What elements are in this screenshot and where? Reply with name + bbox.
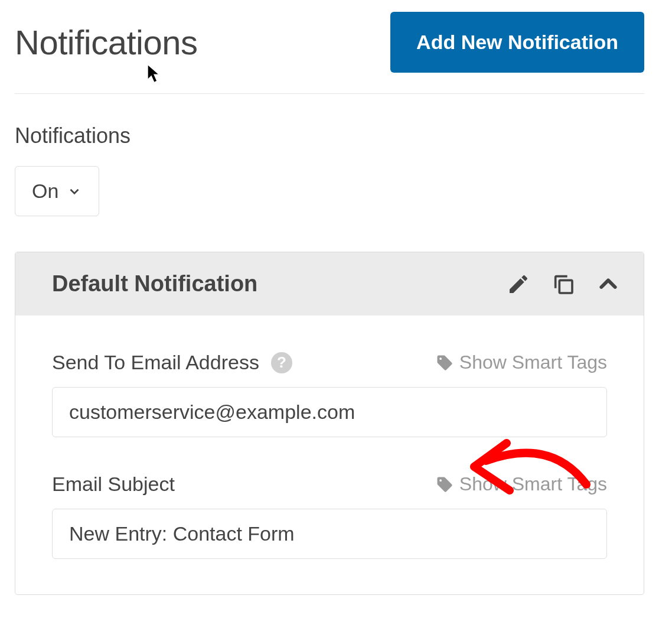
email-subject-label: Email Subject — [52, 473, 175, 496]
notifications-label: Notifications — [15, 123, 644, 148]
chevron-down-icon — [67, 184, 82, 199]
page-title: Notifications — [15, 22, 197, 62]
send-to-field-group: Send To Email Address ? Show Smart Tags — [52, 351, 607, 437]
svg-rect-0 — [559, 280, 572, 293]
panel-title: Default Notification — [52, 271, 257, 297]
tags-icon — [436, 354, 454, 372]
panel-actions — [507, 272, 620, 296]
notifications-toggle-value: On — [32, 180, 58, 203]
chevron-up-icon — [596, 272, 620, 296]
collapse-button[interactable] — [596, 272, 620, 296]
copy-icon — [552, 272, 575, 296]
subject-smart-tags-link[interactable]: Show Smart Tags — [436, 473, 607, 495]
send-to-label: Send To Email Address — [52, 351, 259, 374]
notifications-toggle-select[interactable]: On — [15, 166, 99, 216]
panel-header: Default Notification — [15, 252, 644, 316]
page-header: Notifications Add New Notification — [15, 12, 644, 94]
edit-button[interactable] — [507, 272, 530, 296]
notification-panel: Default Notification Send To Email Addre… — [15, 252, 644, 595]
add-new-notification-button[interactable]: Add New Notification — [390, 12, 644, 73]
email-subject-input[interactable] — [52, 509, 607, 559]
send-to-email-input[interactable] — [52, 387, 607, 437]
subject-smart-tags-label: Show Smart Tags — [459, 473, 607, 495]
pencil-icon — [507, 272, 530, 296]
duplicate-button[interactable] — [552, 272, 575, 296]
notifications-toggle-section: Notifications On — [15, 123, 644, 216]
send-to-smart-tags-link[interactable]: Show Smart Tags — [436, 352, 607, 373]
help-icon[interactable]: ? — [271, 352, 292, 373]
email-subject-field-group: Email Subject Show Smart Tags — [52, 473, 607, 559]
send-to-smart-tags-label: Show Smart Tags — [459, 352, 607, 373]
panel-body: Send To Email Address ? Show Smart Tags … — [15, 316, 644, 559]
tags-icon — [436, 476, 454, 493]
